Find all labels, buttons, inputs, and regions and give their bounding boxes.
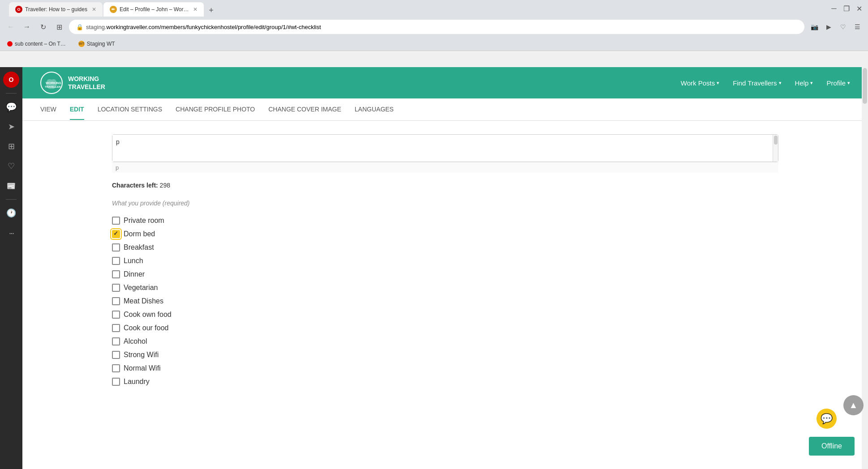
checkbox-cook-our-food[interactable] — [112, 324, 120, 332]
tab-close-2[interactable]: ✕ — [193, 6, 198, 13]
label-dorm-bed[interactable]: Dorm bed — [124, 230, 155, 238]
nav-find-travellers[interactable]: Find Travellers ▾ — [733, 79, 781, 87]
svg-text:TRAVELLER: TRAVELLER — [45, 85, 61, 88]
minimize-button[interactable]: ─ — [829, 4, 838, 13]
site-logo[interactable]: WORKING TRAVELLER WORKINGTRAVELLER — [40, 72, 105, 94]
checkbox-cook-own-food[interactable] — [112, 311, 120, 319]
play-icon[interactable]: ▶ — [822, 21, 835, 33]
checkbox-alcohol[interactable] — [112, 337, 120, 345]
refresh-button[interactable]: ↻ — [37, 21, 49, 33]
checklist-item-alcohol: Alcohol — [112, 335, 778, 348]
textarea-scrollbar[interactable] — [773, 135, 778, 162]
opera-logo-icon[interactable]: O — [3, 72, 19, 88]
checklist: Private room Dorm bed Breakfast Lunch Di… — [112, 214, 778, 388]
label-normal-wifi[interactable]: Normal Wifi — [124, 364, 161, 372]
news-sidebar-icon[interactable]: 📰 — [3, 178, 19, 194]
close-button[interactable]: ✕ — [855, 4, 864, 13]
new-tab-button[interactable]: + — [205, 4, 217, 17]
label-vegetarian[interactable]: Vegetarian — [124, 284, 158, 292]
chars-left: Characters left: 298 — [112, 182, 778, 189]
bookmark-1[interactable]: sub content – On T… — [4, 40, 69, 48]
url-input[interactable]: 🔒 staging.workingtraveller.com/members/f… — [69, 20, 804, 34]
checkbox-dorm-bed[interactable] — [112, 230, 120, 238]
title-bar: O Traveller: How to – guides ✕ ✏ Edit – … — [0, 0, 868, 17]
tab-bar: O Traveller: How to – guides ✕ ✏ Edit – … — [4, 0, 829, 17]
checkbox-private-room[interactable] — [112, 217, 120, 225]
scroll-to-top-button[interactable]: ▲ — [843, 395, 864, 415]
view-button[interactable]: ⊞ — [53, 21, 65, 33]
checklist-item-breakfast: Breakfast — [112, 241, 778, 254]
label-cook-our-food[interactable]: Cook our food — [124, 324, 169, 332]
checkbox-normal-wifi[interactable] — [112, 364, 120, 372]
heart-sidebar-icon[interactable]: ♡ — [3, 158, 19, 174]
address-bar: ← → ↻ ⊞ 🔒 staging.workingtraveller.com/m… — [0, 17, 868, 37]
chat-bubble-icon[interactable]: 💬 — [816, 409, 837, 429]
heart-toolbar-icon[interactable]: ♡ — [837, 21, 849, 33]
logo-svg: WORKING TRAVELLER — [40, 72, 63, 94]
nav-work-posts-chevron: ▾ — [717, 80, 719, 86]
checkbox-lunch[interactable] — [112, 257, 120, 265]
nav-edit[interactable]: EDIT — [70, 99, 84, 120]
label-strong-wifi[interactable]: Strong Wifi — [124, 351, 159, 359]
checklist-item-vegetarian: Vegetarian — [112, 281, 778, 294]
tab-label-1: Traveller: How to – guides — [25, 6, 87, 13]
nav-location-settings[interactable]: LOCATION SETTINGS — [98, 99, 162, 120]
label-lunch[interactable]: Lunch — [124, 257, 143, 265]
send-sidebar-icon[interactable]: ➤ — [3, 119, 19, 135]
checkbox-breakfast[interactable] — [112, 243, 120, 252]
section-label: What you provide (required) — [112, 200, 778, 207]
maximize-button[interactable]: ❐ — [842, 4, 851, 13]
checklist-item-meat-dishes: Meat Dishes — [112, 294, 778, 308]
label-dinner[interactable]: Dinner — [124, 270, 145, 278]
nav-help-chevron: ▾ — [810, 80, 813, 86]
scrollbar-thumb — [863, 68, 867, 104]
nav-profile[interactable]: Profile ▾ — [826, 79, 850, 87]
apps-sidebar-icon[interactable]: ⊞ — [3, 138, 19, 154]
bookmark-2[interactable]: WT Staging WT — [76, 40, 118, 48]
checkbox-meat-dishes[interactable] — [112, 297, 120, 305]
chars-left-label: Characters left: — [112, 182, 158, 189]
site-nav: Work Posts ▾ Find Travellers ▾ Help ▾ Pr… — [681, 79, 850, 87]
textarea-section: p — [112, 134, 778, 173]
nav-work-posts[interactable]: Work Posts ▾ — [681, 79, 719, 87]
label-cook-own-food[interactable]: Cook own food — [124, 311, 172, 319]
forward-button[interactable]: → — [21, 21, 33, 33]
bookmarks-bar: sub content – On T… WT Staging WT — [0, 37, 868, 51]
more-sidebar-icon[interactable]: ··· — [3, 225, 19, 241]
camera-icon[interactable]: 📷 — [808, 21, 821, 33]
label-alcohol[interactable]: Alcohol — [124, 337, 147, 345]
description-textarea[interactable] — [112, 135, 773, 162]
nav-profile-chevron: ▾ — [847, 80, 850, 86]
tab-1[interactable]: O Traveller: How to – guides ✕ — [9, 2, 103, 17]
checkbox-dinner[interactable] — [112, 270, 120, 278]
checkbox-vegetarian[interactable] — [112, 284, 120, 292]
back-button[interactable]: ← — [4, 21, 17, 33]
offline-badge[interactable]: Offline — [809, 437, 855, 456]
nav-help[interactable]: Help ▾ — [795, 79, 813, 87]
checklist-item-dorm-bed: Dorm bed — [112, 227, 778, 241]
lock-icon: 🔒 — [76, 24, 83, 30]
nav-languages[interactable]: LANGUAGES — [355, 99, 394, 120]
history-sidebar-icon[interactable]: 🕐 — [3, 205, 19, 221]
tab-2[interactable]: ✏ Edit – Profile – John – Wor… ✕ — [103, 2, 204, 17]
checkbox-laundry[interactable] — [112, 378, 120, 386]
checklist-item-private-room: Private room — [112, 214, 778, 227]
messenger-icon[interactable]: 💬 — [3, 99, 19, 115]
tab-favicon-1: O — [15, 6, 22, 13]
nav-find-travellers-label: Find Travellers — [733, 79, 777, 87]
nav-change-profile-photo[interactable]: CHANGE PROFILE PHOTO — [176, 99, 255, 120]
nav-find-travellers-chevron: ▾ — [779, 80, 782, 86]
nav-view[interactable]: VIEW — [40, 99, 56, 120]
toolbar-icons: 📷 ▶ ♡ ☰ — [808, 21, 864, 33]
label-laundry[interactable]: Laundry — [124, 378, 150, 386]
nav-change-cover-image[interactable]: CHANGE COVER IMAGE — [268, 99, 341, 120]
label-meat-dishes[interactable]: Meat Dishes — [124, 297, 163, 305]
label-breakfast[interactable]: Breakfast — [124, 243, 154, 252]
window-controls: ─ ❐ ✕ — [829, 4, 864, 13]
textarea-footer: p — [112, 162, 778, 173]
tab-close-1[interactable]: ✕ — [92, 6, 96, 13]
page-nav: VIEW EDIT LOCATION SETTINGS CHANGE PROFI… — [22, 98, 868, 121]
menu-icon[interactable]: ☰ — [851, 21, 864, 33]
checkbox-strong-wifi[interactable] — [112, 351, 120, 359]
label-private-room[interactable]: Private room — [124, 217, 164, 225]
